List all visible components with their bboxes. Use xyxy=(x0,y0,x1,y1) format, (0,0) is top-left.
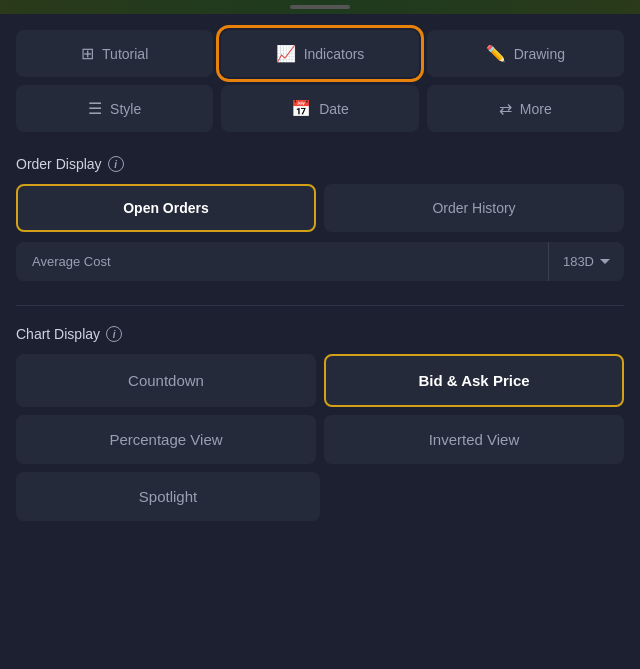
nav-grid: ⊞ Tutorial 📈 Indicators ✏️ Drawing ☰ Sty… xyxy=(16,30,624,132)
nav-style-label: Style xyxy=(110,101,141,117)
spotlight-button[interactable]: Spotlight xyxy=(16,472,320,521)
divider xyxy=(16,305,624,306)
order-display-heading: Order Display i xyxy=(16,156,624,172)
order-history-button[interactable]: Order History xyxy=(324,184,624,232)
style-icon: ☰ xyxy=(88,99,102,118)
nav-drawing-button[interactable]: ✏️ Drawing xyxy=(427,30,624,77)
avg-cost-dropdown[interactable]: 183D xyxy=(548,242,624,281)
nav-indicators-button[interactable]: 📈 Indicators xyxy=(221,30,418,77)
date-icon: 📅 xyxy=(291,99,311,118)
chart-display-title: Chart Display xyxy=(16,326,100,342)
chevron-down-icon xyxy=(600,259,610,264)
order-display-info-icon[interactable]: i xyxy=(108,156,124,172)
percentage-view-button[interactable]: Percentage View xyxy=(16,415,316,464)
top-bar xyxy=(0,0,640,14)
chart-display-section: Chart Display i Countdown Bid & Ask Pric… xyxy=(16,326,624,521)
chart-display-info-icon[interactable]: i xyxy=(106,326,122,342)
bid-ask-button[interactable]: Bid & Ask Price xyxy=(324,354,624,407)
drag-handle[interactable] xyxy=(290,5,350,9)
chart-toggle-buttons: Countdown Bid & Ask Price Percentage Vie… xyxy=(16,354,624,464)
order-buttons-row: Open Orders Order History xyxy=(16,184,624,232)
nav-tutorial-label: Tutorial xyxy=(102,46,148,62)
spotlight-row: Spotlight xyxy=(16,472,624,521)
avg-cost-value-text: 183D xyxy=(563,254,594,269)
nav-style-button[interactable]: ☰ Style xyxy=(16,85,213,132)
open-orders-label: Open Orders xyxy=(123,200,209,216)
nav-date-label: Date xyxy=(319,101,349,117)
nav-more-button[interactable]: ⇄ More xyxy=(427,85,624,132)
nav-indicators-label: Indicators xyxy=(304,46,365,62)
drawing-icon: ✏️ xyxy=(486,44,506,63)
nav-more-label: More xyxy=(520,101,552,117)
indicators-icon: 📈 xyxy=(276,44,296,63)
nav-date-button[interactable]: 📅 Date xyxy=(221,85,418,132)
countdown-button[interactable]: Countdown xyxy=(16,354,316,407)
nav-tutorial-button[interactable]: ⊞ Tutorial xyxy=(16,30,213,77)
order-display-section: Order Display i Open Orders Order Histor… xyxy=(16,156,624,281)
main-container: ⊞ Tutorial 📈 Indicators ✏️ Drawing ☰ Sty… xyxy=(0,14,640,669)
open-orders-button[interactable]: Open Orders xyxy=(16,184,316,232)
avg-cost-label: Average Cost xyxy=(16,242,548,281)
tutorial-icon: ⊞ xyxy=(81,44,94,63)
spotlight-label: Spotlight xyxy=(139,488,197,505)
countdown-label: Countdown xyxy=(128,372,204,389)
order-display-title: Order Display xyxy=(16,156,102,172)
more-icon: ⇄ xyxy=(499,99,512,118)
order-history-label: Order History xyxy=(432,200,515,216)
percentage-view-label: Percentage View xyxy=(109,431,222,448)
bid-ask-label: Bid & Ask Price xyxy=(418,372,529,389)
inverted-view-label: Inverted View xyxy=(429,431,520,448)
chart-display-heading: Chart Display i xyxy=(16,326,624,342)
inverted-view-button[interactable]: Inverted View xyxy=(324,415,624,464)
nav-drawing-label: Drawing xyxy=(514,46,565,62)
avg-cost-row: Average Cost 183D xyxy=(16,242,624,281)
